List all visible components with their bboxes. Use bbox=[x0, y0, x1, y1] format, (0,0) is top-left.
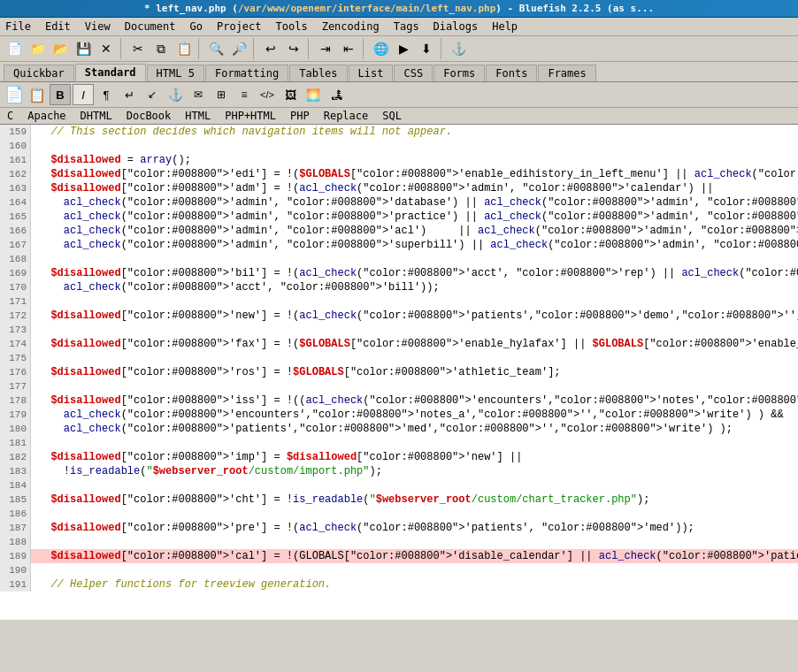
code-line[interactable]: 165 acl_check("color:#008800">'admin', "… bbox=[0, 210, 798, 224]
tab-standard[interactable]: Standard bbox=[75, 64, 146, 81]
open-doc-icon[interactable]: 📋 bbox=[27, 84, 48, 105]
anchor-icon[interactable]: ⚓ bbox=[165, 84, 186, 105]
browser-button[interactable]: 🌐 bbox=[370, 38, 391, 59]
download-button[interactable]: ⬇ bbox=[416, 38, 437, 59]
code-line[interactable]: 161 $disallowed = array(); bbox=[0, 153, 798, 167]
close-button[interactable]: ✕ bbox=[96, 38, 117, 59]
open-file-button[interactable]: 📁 bbox=[27, 38, 48, 59]
tab-frames[interactable]: Frames bbox=[538, 65, 595, 81]
code-line[interactable]: 175 bbox=[0, 351, 798, 365]
code-line[interactable]: 168 bbox=[0, 252, 798, 266]
code-line[interactable]: 184 bbox=[0, 478, 798, 493]
redo-button[interactable]: ↪ bbox=[283, 38, 304, 59]
paste-button[interactable]: 📋 bbox=[173, 38, 195, 59]
lang-sql[interactable]: SQL bbox=[379, 109, 405, 123]
undo-button[interactable]: ↩ bbox=[260, 38, 281, 59]
bold-icon[interactable]: B bbox=[50, 84, 71, 105]
menu-document[interactable]: Document bbox=[123, 19, 178, 34]
code-line[interactable]: 167 acl_check("color:#008800">'admin', "… bbox=[0, 238, 798, 252]
code-line[interactable]: 190 bbox=[0, 563, 798, 577]
img3-icon[interactable]: 🏞 bbox=[326, 84, 347, 105]
code-line[interactable]: 164 acl_check("color:#008800">'admin', "… bbox=[0, 195, 798, 210]
line-number: 175 bbox=[0, 351, 31, 365]
code-line[interactable]: 178 $disallowed["color:#008800">'iss'] =… bbox=[0, 393, 798, 408]
code-line[interactable]: 181 bbox=[0, 436, 798, 450]
language-tab-bar: C Apache DHTML DocBook HTML PHP+HTML PHP… bbox=[0, 108, 798, 125]
nonbreak-icon[interactable]: ↙ bbox=[142, 84, 163, 105]
code-line[interactable]: 174 $disallowed["color:#008800">'fax'] =… bbox=[0, 337, 798, 351]
menu-edit[interactable]: Edit bbox=[43, 19, 73, 34]
preview-button[interactable]: ▶ bbox=[393, 38, 414, 59]
code-line[interactable]: 166 acl_check("color:#008800">'admin', "… bbox=[0, 224, 798, 238]
tab-html5[interactable]: HTML 5 bbox=[147, 65, 204, 81]
new-file-button[interactable]: 📄 bbox=[4, 38, 25, 59]
menu-zencoding[interactable]: Zencoding bbox=[320, 19, 381, 34]
code-line[interactable]: 176 $disallowed["color:#008800">'ros'] =… bbox=[0, 365, 798, 379]
code-line[interactable]: 169 $disallowed["color:#008800">'bil'] =… bbox=[0, 266, 798, 280]
lang-php[interactable]: PHP bbox=[287, 109, 313, 123]
menu-file[interactable]: File bbox=[4, 19, 33, 34]
code-line[interactable]: 163 $disallowed["color:#008800">'adm'] =… bbox=[0, 181, 798, 195]
find-button[interactable]: 🔍 bbox=[205, 38, 226, 59]
code-line[interactable]: 182 $disallowed["color:#008800">'imp'] =… bbox=[0, 450, 798, 464]
code-line[interactable]: 160 bbox=[0, 139, 798, 153]
enter-icon[interactable]: ↵ bbox=[119, 84, 140, 105]
code-line[interactable]: 173 bbox=[0, 323, 798, 337]
menu-view[interactable]: View bbox=[83, 19, 112, 34]
lang-docbook[interactable]: DocBook bbox=[123, 109, 175, 123]
save-button[interactable]: 💾 bbox=[73, 38, 94, 59]
code-line[interactable]: 177 bbox=[0, 379, 798, 393]
tab-tables[interactable]: Tables bbox=[289, 65, 347, 81]
code-line[interactable]: 185 $disallowed["color:#008800">'cht'] =… bbox=[0, 493, 798, 507]
code-line[interactable]: 191 // Helper functions for treeview gen… bbox=[0, 577, 798, 592]
paragraph-icon[interactable]: ¶ bbox=[96, 84, 117, 105]
tab-forms[interactable]: Forms bbox=[434, 65, 485, 81]
lang-replace[interactable]: Replace bbox=[320, 109, 372, 123]
menu-project[interactable]: Project bbox=[215, 19, 264, 34]
center-icon[interactable]: ≡ bbox=[234, 84, 255, 105]
tab-quickbar[interactable]: Quickbar bbox=[4, 65, 74, 81]
lang-c[interactable]: C bbox=[4, 109, 17, 123]
code-line[interactable]: 162 $disallowed["color:#008800">'edi'] =… bbox=[0, 167, 798, 181]
menu-dialogs[interactable]: Dialogs bbox=[432, 19, 480, 34]
code-line[interactable]: 179 acl_check("color:#008800">'encounter… bbox=[0, 408, 798, 422]
open-file2-button[interactable]: 📂 bbox=[50, 38, 71, 59]
cut-button[interactable]: ✂ bbox=[127, 38, 149, 59]
image-icon[interactable]: 🖼 bbox=[280, 84, 301, 105]
tab-list[interactable]: List bbox=[349, 65, 394, 81]
tab-formatting[interactable]: Formatting bbox=[205, 65, 288, 81]
copy-button[interactable]: ⧉ bbox=[150, 38, 172, 59]
html-tag-icon[interactable]: </> bbox=[257, 84, 278, 105]
email-icon[interactable]: ✉ bbox=[188, 84, 209, 105]
table-icon[interactable]: ⊞ bbox=[211, 84, 232, 105]
lang-phphtml[interactable]: PHP+HTML bbox=[221, 109, 280, 123]
line-content: $disallowed["color:#008800">'pre'] = !(a… bbox=[31, 521, 694, 535]
indent-button[interactable]: ⇥ bbox=[315, 38, 336, 59]
code-line[interactable]: 188 bbox=[0, 535, 798, 549]
lang-html[interactable]: HTML bbox=[181, 109, 214, 123]
code-editor[interactable]: 159 // This section decides which naviga… bbox=[0, 125, 798, 620]
code-line[interactable]: 183 !is_readable("$webserver_root/custom… bbox=[0, 464, 798, 478]
lang-apache[interactable]: Apache bbox=[24, 109, 69, 123]
new-doc-icon[interactable]: 📄 bbox=[4, 84, 25, 105]
code-line[interactable]: 159 // This section decides which naviga… bbox=[0, 125, 798, 139]
code-line[interactable]: 172 $disallowed["color:#008800">'new'] =… bbox=[0, 309, 798, 323]
code-line[interactable]: 171 bbox=[0, 294, 798, 309]
code-line[interactable]: 189 $disallowed["color:#008800">'cal'] =… bbox=[0, 549, 798, 563]
tab-css[interactable]: CSS bbox=[394, 65, 433, 81]
tab-fonts[interactable]: Fonts bbox=[486, 65, 537, 81]
italic-icon[interactable]: I bbox=[73, 84, 94, 105]
img2-icon[interactable]: 🌅 bbox=[303, 84, 324, 105]
bookmark-button[interactable]: ⚓ bbox=[448, 38, 469, 59]
menu-tags[interactable]: Tags bbox=[392, 19, 421, 34]
code-line[interactable]: 180 acl_check("color:#008800">'patients'… bbox=[0, 422, 798, 436]
code-line[interactable]: 186 bbox=[0, 507, 798, 521]
code-line[interactable]: 187 $disallowed["color:#008800">'pre'] =… bbox=[0, 521, 798, 535]
menu-tools[interactable]: Tools bbox=[274, 19, 310, 34]
code-line[interactable]: 170 acl_check("color:#008800">'acct', "c… bbox=[0, 280, 798, 294]
unindent-button[interactable]: ⇤ bbox=[338, 38, 359, 59]
replace-button[interactable]: 🔎 bbox=[228, 38, 249, 59]
lang-dhtml[interactable]: DHTML bbox=[77, 109, 116, 123]
menu-help[interactable]: Help bbox=[490, 19, 519, 34]
menu-go[interactable]: Go bbox=[188, 19, 204, 34]
